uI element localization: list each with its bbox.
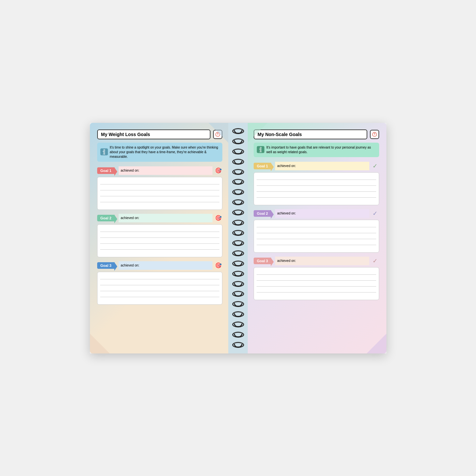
- left-goal-1-check-icon: 🎯: [214, 167, 222, 175]
- spine-coil: [232, 261, 244, 266]
- right-goal-1-check-icon: ✓: [371, 162, 379, 170]
- left-info-box: info It's time to shine a spotlight on y…: [97, 143, 223, 162]
- right-goal-1-section: Goal 1 achieved on: ✓: [254, 162, 379, 205]
- right-goal-1-achieved-field: achieved on:: [275, 162, 369, 170]
- spine-coil: [232, 169, 244, 175]
- right-question-icon[interactable]: [370, 130, 379, 139]
- spine-coil: [232, 189, 244, 195]
- left-page-title: My Weight Loss Goals: [97, 129, 211, 139]
- left-goal-3-section: Goal 3 achieved on: 🎯: [97, 261, 223, 305]
- left-goal-1-achieved-field: achieved on:: [119, 166, 212, 175]
- left-goal-1-section: Goal 1 achieved on: 🎯: [97, 166, 223, 210]
- right-goal-3-tag: Goal 3: [254, 258, 271, 264]
- spine-coil: [232, 301, 244, 307]
- spine-coil: [232, 230, 244, 236]
- left-goal-2-tag: Goal 2: [97, 215, 115, 221]
- spine-coil: [232, 179, 244, 185]
- left-goal-2-check-icon: 🎯: [214, 214, 222, 222]
- notebook: My Weight Loss Goals info It's time to s…: [90, 123, 386, 353]
- spine-coil: [232, 210, 244, 215]
- left-goal-3-header: Goal 3 achieved on: 🎯: [97, 261, 223, 270]
- right-info-text: It's important to have goals that are re…: [266, 145, 376, 154]
- spine-coil: [232, 138, 244, 144]
- left-title-text: My Weight Loss Goals: [101, 132, 150, 137]
- right-goal-2-lines: [254, 220, 379, 253]
- right-info-label: info: [257, 146, 265, 153]
- right-goal-1-lines: [254, 172, 379, 205]
- right-goal-2-check-icon: ✓: [371, 210, 379, 217]
- spine-coil: [232, 311, 244, 317]
- spine-coil: [232, 332, 244, 338]
- right-goal-1-tag: Goal 1: [254, 163, 271, 169]
- spine-coil: [232, 250, 244, 256]
- right-title-row: My Non-Scale Goals: [254, 129, 379, 139]
- spine-coil: [232, 199, 244, 205]
- left-goal-3-tag: Goal 3: [97, 262, 115, 269]
- right-goal-3-achieved-field: achieved on:: [275, 257, 369, 265]
- left-goal-2-header: Goal 2 achieved on: 🎯: [97, 214, 223, 222]
- right-page-title: My Non-Scale Goals: [254, 129, 367, 139]
- spine-coil: [232, 281, 244, 287]
- left-goal-1-header: Goal 1 achieved on: 🎯: [97, 166, 223, 175]
- left-goal-3-achieved-field: achieved on:: [119, 261, 212, 270]
- left-title-row: My Weight Loss Goals: [97, 129, 223, 139]
- spine-coil: [232, 342, 244, 348]
- left-goal-1-lines: [97, 177, 223, 210]
- spine-coil: [232, 322, 244, 327]
- left-goal-1-tag: Goal 1: [97, 167, 115, 174]
- right-goal-2-section: Goal 2 achieved on: ✓: [254, 209, 379, 253]
- spine-coil: [232, 128, 244, 134]
- left-info-label: info: [100, 149, 108, 155]
- left-page: My Weight Loss Goals info It's time to s…: [90, 123, 229, 353]
- right-goal-2-header: Goal 2 achieved on: ✓: [254, 209, 379, 218]
- spine-coil: [232, 271, 244, 277]
- left-goal-3-lines: [97, 272, 223, 305]
- spine-coil: [232, 291, 244, 297]
- spine-coil: [232, 149, 244, 154]
- right-info-box: info It's important to have goals that a…: [254, 143, 379, 157]
- spine: [228, 123, 248, 353]
- svg-point-3: [374, 135, 375, 135]
- spine-coil: [232, 159, 244, 165]
- right-goal-3-lines: [254, 267, 379, 300]
- right-page: My Non-Scale Goals info It's important t…: [248, 123, 386, 353]
- right-goal-2-achieved-field: achieved on:: [275, 209, 369, 218]
- right-goal-3-check-icon: ✓: [371, 257, 379, 265]
- left-goal-2-section: Goal 2 achieved on: 🎯: [97, 214, 223, 257]
- left-goal-2-lines: [97, 224, 223, 257]
- spine-coil: [232, 220, 244, 226]
- left-goal-2-achieved-field: achieved on:: [119, 214, 212, 222]
- right-goal-3-section: Goal 3 achieved on: ✓: [254, 257, 379, 300]
- left-info-text: It's time to shine a spotlight on your g…: [110, 145, 219, 159]
- left-goal-3-check-icon: 🎯: [214, 262, 222, 269]
- spine-coil: [232, 240, 244, 246]
- right-goal-3-header: Goal 3 achieved on: ✓: [254, 257, 379, 265]
- right-goal-2-tag: Goal 2: [254, 210, 271, 217]
- right-goal-1-header: Goal 1 achieved on: ✓: [254, 162, 379, 170]
